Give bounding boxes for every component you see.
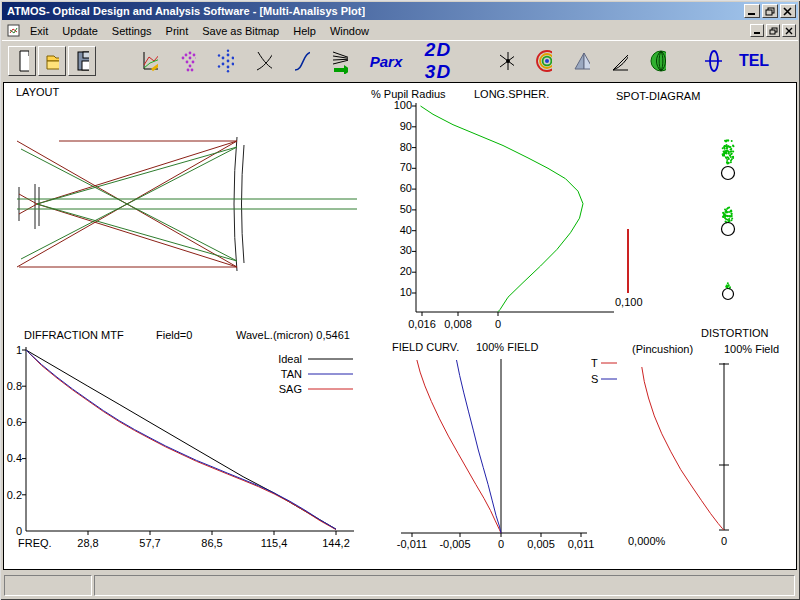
menu-window[interactable]: Window [323, 23, 376, 39]
tick-label: 1 [16, 344, 22, 356]
title-bar: ATMOS- Optical Design and Analysis Softw… [2, 2, 798, 20]
spot-star-icon [496, 49, 514, 73]
mdi-minimize-button[interactable] [750, 24, 764, 37]
menu-save-as-bitmap[interactable]: Save as Bitmap [195, 23, 286, 39]
open-file-button[interactable] [38, 46, 66, 76]
close-button[interactable] [780, 4, 796, 18]
spot-star-button[interactable] [490, 44, 520, 78]
lens-axis-button[interactable] [698, 44, 728, 78]
spot-scale-label: 0,100 [615, 296, 643, 308]
legend-label-s: S [591, 373, 598, 385]
layout-drawing [9, 99, 369, 304]
mdi-system-icon[interactable] [7, 24, 20, 37]
lens-axis-icon [704, 48, 722, 74]
false-color-rings-icon [534, 48, 552, 74]
distortion-type-label: (Pincushion) [632, 343, 693, 355]
mtf-title: DIFFRACTION MTF [24, 329, 124, 341]
tick-label: 144,2 [322, 537, 350, 549]
airy-disk-circle [723, 289, 734, 300]
tick-label: 0 [495, 318, 501, 330]
minimize-icon [753, 27, 762, 35]
tick-label: 57,7 [139, 537, 160, 549]
menu-settings[interactable]: Settings [105, 23, 159, 39]
menu-print[interactable]: Print [159, 23, 196, 39]
tick-label: 100 [394, 99, 412, 111]
tick-label: 0,011 [568, 538, 595, 550]
tick-label: 40 [400, 224, 412, 236]
menu-help[interactable]: Help [286, 23, 323, 39]
tick-label: 90 [400, 120, 412, 132]
tel-button[interactable]: TEL [736, 51, 772, 71]
spot-spray-button[interactable] [172, 44, 202, 78]
airy-disk-circle [722, 167, 735, 180]
mtf-freq-label: FREQ. [18, 537, 52, 549]
mtf-curves-icon [254, 49, 272, 73]
tick-label: 80 [400, 141, 412, 153]
tick-label: 50 [400, 203, 412, 215]
menu-bar: Exit Update Settings Print Save as Bitma… [2, 21, 798, 40]
dot-grid-button[interactable] [210, 44, 240, 78]
tangential-curve [417, 360, 501, 533]
tick-label: 0.2 [7, 489, 22, 501]
tick-label: 10 [400, 286, 412, 298]
green-sphere-icon [648, 48, 666, 74]
restore-icon [769, 27, 778, 35]
analysis-plot-icon [140, 49, 158, 73]
legend-label-ideal: Ideal [278, 353, 302, 365]
tick-label: 0,016 [408, 318, 436, 330]
triangle-plot-button[interactable] [604, 44, 634, 78]
distortion-title: DISTORTION [701, 327, 768, 339]
tick-label: 0 [16, 525, 22, 537]
window-controls [742, 4, 796, 18]
mtf-wavelength-label: WaveL.(micron) 0,5461 [236, 329, 350, 341]
tick-label: 30 [400, 244, 412, 256]
legend-label-tan: TAN [281, 368, 302, 380]
tick-label: 0 [721, 535, 727, 547]
distortion-curve [642, 367, 724, 530]
false-color-rings-button[interactable] [528, 44, 558, 78]
tick-label: 20 [400, 265, 412, 277]
legend-label-sag: SAG [279, 383, 302, 395]
tick-label: 0.8 [7, 380, 22, 392]
dot-grid-icon [216, 49, 234, 73]
save-button[interactable] [68, 46, 96, 76]
airy-disk-circle [722, 223, 735, 236]
mtf-plot: 1 0.8 0.6 0.4 0.2 0 FREQ. 28,8 57,7 86,5… [6, 341, 376, 566]
tick-label: -0,005 [439, 538, 470, 550]
spot-clusters [722, 140, 735, 290]
menu-update[interactable]: Update [55, 23, 104, 39]
open-folder-icon [45, 49, 59, 73]
application-window: ATMOS- Optical Design and Analysis Softw… [0, 0, 800, 600]
restore-button[interactable] [762, 4, 778, 18]
toolbar: Parx 2D 3D TEL [2, 40, 798, 81]
field-curv-title: FIELD CURV. [392, 341, 459, 353]
s-curve-icon [292, 49, 310, 73]
mtf-curves-button[interactable] [248, 44, 278, 78]
layout-rays-green [17, 147, 357, 261]
pyramid-button[interactable] [566, 44, 596, 78]
tick-label: 0,008 [444, 318, 472, 330]
mdi-restore-button[interactable] [766, 24, 780, 37]
spot-diagram-plot: 0,100 [601, 101, 796, 401]
save-icon [75, 49, 89, 73]
analysis-plot-button[interactable] [134, 44, 164, 78]
surface-sphere-button[interactable] [642, 44, 672, 78]
tick-label: 86,5 [201, 537, 222, 549]
spot-spray-icon [178, 49, 196, 73]
field-curv-plot: -0,011 -0,005 0 0,005 0,011 T S [389, 355, 624, 600]
parx-button[interactable]: Parx [364, 52, 408, 71]
curve-button[interactable] [286, 44, 316, 78]
multi-analysis-plot-area: LAYOUT % Pupil Radius LONG.SPHER. [3, 82, 797, 570]
status-panel-left [4, 575, 92, 596]
restore-icon [765, 7, 775, 16]
close-icon [785, 27, 794, 35]
menu-exit[interactable]: Exit [23, 23, 55, 39]
ray-fan-button[interactable] [324, 44, 354, 78]
minimize-button[interactable] [744, 4, 760, 18]
mdi-close-button[interactable] [782, 24, 796, 37]
mtf-field-label: Field=0 [156, 329, 192, 341]
tick-label: 0.6 [7, 416, 22, 428]
tick-label: -0,011 [397, 538, 427, 550]
2d-3d-button[interactable]: 2D 3D [408, 38, 468, 84]
new-file-button[interactable] [8, 46, 36, 76]
